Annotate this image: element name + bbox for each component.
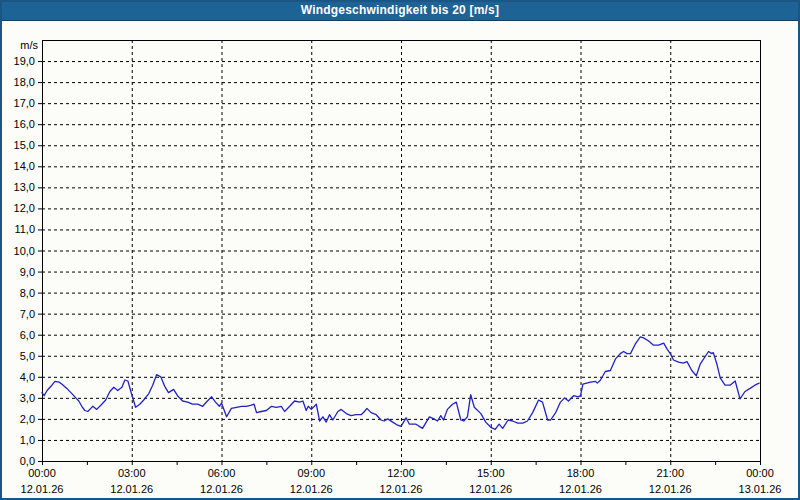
x-date-label: 12.01.26 <box>649 483 692 495</box>
y-tick-label: 3,0 <box>20 392 35 404</box>
x-date-label: 12.01.26 <box>290 483 333 495</box>
x-date-label: 12.01.26 <box>110 483 153 495</box>
x-time-label: 12:00 <box>387 467 415 479</box>
y-tick-label: 6,0 <box>20 329 35 341</box>
x-axis-labels: 00:0012.01.2603:0012.01.2606:0012.01.260… <box>21 467 782 495</box>
y-tick-label: 16,0 <box>14 118 35 130</box>
y-tick-label: 1,0 <box>20 434 35 446</box>
x-date-label: 12.01.26 <box>200 483 243 495</box>
x-date-label: 12.01.26 <box>21 483 64 495</box>
x-date-label: 12.01.26 <box>469 483 512 495</box>
window-title: Windgeschwindigkeit bis 20 [m/s] <box>301 3 499 17</box>
y-axis-ticks: 0,01,02,03,04,05,06,07,08,09,010,011,012… <box>14 55 42 467</box>
y-tick-label: 2,0 <box>20 413 35 425</box>
x-time-label: 00:00 <box>28 467 56 479</box>
y-tick-label: 10,0 <box>14 245 35 257</box>
y-tick-label: 13,0 <box>14 181 35 193</box>
y-tick-label: 14,0 <box>14 160 35 172</box>
x-date-label: 13.01.26 <box>739 483 782 495</box>
y-tick-label: 7,0 <box>20 308 35 320</box>
gridlines <box>42 40 760 461</box>
wind-speed-series-line <box>42 337 759 430</box>
y-tick-label: 15,0 <box>14 139 35 151</box>
x-time-label: 21:00 <box>656 467 684 479</box>
wind-speed-chart-window: Windgeschwindigkeit bis 20 [m/s] 0,01,02… <box>0 0 800 500</box>
y-tick-label: 12,0 <box>14 202 35 214</box>
x-time-label: 15:00 <box>477 467 505 479</box>
x-time-label: 03:00 <box>118 467 146 479</box>
title-bar: Windgeschwindigkeit bis 20 [m/s] <box>0 0 800 21</box>
y-tick-label: 18,0 <box>14 76 35 88</box>
wind-speed-line-chart: 0,01,02,03,04,05,06,07,08,09,010,011,012… <box>0 0 800 500</box>
x-date-label: 12.01.26 <box>559 483 602 495</box>
x-time-label: 06:00 <box>208 467 236 479</box>
x-time-label: 09:00 <box>297 467 325 479</box>
y-tick-label: 5,0 <box>20 350 35 362</box>
y-axis-unit-label: m/s <box>20 39 38 51</box>
y-tick-label: 17,0 <box>14 97 35 109</box>
y-tick-label: 4,0 <box>20 371 35 383</box>
x-date-label: 12.01.26 <box>380 483 423 495</box>
y-tick-label: 8,0 <box>20 287 35 299</box>
y-tick-label: 0,0 <box>20 455 35 467</box>
x-time-label: 18:00 <box>567 467 595 479</box>
y-tick-label: 11,0 <box>14 223 35 235</box>
y-tick-label: 9,0 <box>20 266 35 278</box>
y-tick-label: 19,0 <box>14 55 35 67</box>
x-time-label: 00:00 <box>746 467 774 479</box>
